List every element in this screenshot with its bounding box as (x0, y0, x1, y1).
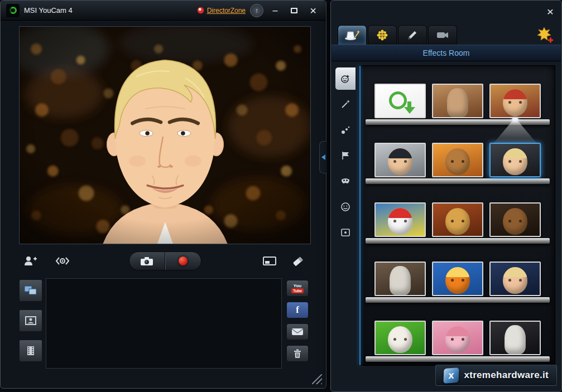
share-youtube-button[interactable]: You Tube (286, 280, 309, 297)
effect-thumb-businessman-avatar[interactable] (374, 143, 426, 177)
effect-thumb-blonde-woman-avatar[interactable] (489, 262, 541, 296)
star-plus-icon (536, 26, 554, 43)
flag-frame-icon (340, 151, 350, 161)
tab-video-effects[interactable] (428, 25, 457, 45)
camera-icon (140, 257, 153, 266)
effects-grid (364, 67, 551, 364)
effect-thumb-blond-man-avatar[interactable] (489, 143, 541, 177)
gallery-tab-photos[interactable] (19, 309, 42, 332)
category-avatars[interactable] (335, 67, 356, 90)
effects-room-title: Effects Room (423, 49, 470, 57)
webcam-preview (19, 26, 311, 244)
effects-shelf (364, 304, 551, 364)
trash-icon (293, 349, 302, 359)
eraser-button[interactable] (291, 254, 306, 268)
effect-thumb-golden-retriever[interactable] (432, 202, 483, 237)
category-magic-effects[interactable] (335, 93, 356, 115)
avatar-video-frame (20, 27, 310, 244)
effect-thumb-flower-headdress-woman[interactable] (489, 84, 541, 118)
facebook-icon: f (296, 304, 299, 316)
effects-close-button[interactable]: × (547, 5, 554, 18)
effects-shelf (364, 186, 551, 245)
directorzone-icon (197, 7, 204, 14)
effect-thumb-teddy-bear[interactable] (432, 143, 483, 177)
tab-draw[interactable] (398, 25, 427, 45)
youcam-logo-ring (9, 7, 17, 14)
all-media-icon (24, 285, 37, 296)
shelf-board (366, 178, 550, 184)
tab-effects-room[interactable] (338, 25, 367, 45)
category-emoticons[interactable] (335, 196, 356, 218)
capture-gallery: You Tube f (19, 278, 311, 369)
chevron-left-icon (321, 154, 325, 160)
category-photo-frames[interactable] (335, 221, 356, 244)
add-person-button[interactable] (22, 254, 39, 268)
flower-gadget-icon (377, 30, 388, 41)
effect-thumb-terracotta-warrior[interactable] (432, 84, 483, 118)
record-icon (179, 257, 188, 265)
gallery-tab-videos[interactable] (19, 340, 42, 362)
videos-icon (27, 346, 35, 356)
shelf-board (366, 238, 550, 244)
effect-thumb-stone-statue[interactable] (374, 262, 426, 296)
delete-button[interactable] (286, 345, 309, 362)
snapshot-button[interactable] (129, 252, 165, 270)
mask-icon (340, 176, 350, 186)
effect-thumb-cartoon-lion[interactable] (432, 262, 483, 296)
watermark-text: xtremehardware.it (464, 370, 549, 381)
capture-controls (19, 250, 311, 272)
close-button[interactable]: × (306, 3, 320, 18)
effects-room-window: × (330, 0, 562, 392)
face-tracking-button[interactable] (54, 254, 71, 268)
directorzone-download-button[interactable] (536, 26, 554, 45)
upload-button[interactable]: ↑ (250, 4, 263, 17)
pip-icon (263, 257, 276, 265)
directorzone-link[interactable]: DirectorZone (197, 7, 246, 14)
email-icon (291, 328, 304, 336)
tab-gadgets[interactable] (368, 25, 397, 45)
shelf-board (366, 119, 550, 125)
youcam-main-window: MSI YouCam 4 DirectorZone ↑ – × (0, 0, 326, 389)
share-email-button[interactable] (286, 323, 309, 340)
fullscreen-button[interactable] (287, 3, 301, 18)
eraser-icon (292, 255, 305, 267)
pip-button[interactable] (262, 254, 277, 268)
effect-thumb-pig-plush[interactable] (432, 321, 483, 355)
gallery-tab-all-media[interactable] (19, 279, 42, 302)
effect-thumb-lamb-plush[interactable] (374, 321, 426, 355)
effect-thumb-poodle[interactable] (489, 202, 541, 237)
effect-thumb-david-statue[interactable] (489, 321, 541, 355)
effect-thumb-clown[interactable] (374, 202, 426, 237)
minimize-button[interactable]: – (268, 3, 282, 18)
magic-wand-icon (340, 99, 350, 109)
titlebar[interactable]: MSI YouCam 4 DirectorZone ↑ – × (1, 1, 326, 21)
xtremehardware-logo-icon: x (444, 367, 459, 384)
panel-collapse-handle[interactable] (319, 141, 327, 173)
category-masks[interactable] (335, 170, 356, 192)
capture-pill (129, 251, 201, 270)
upload-arrow-icon: ↑ (255, 6, 259, 14)
face-tracking-icon (55, 257, 70, 265)
avatar-face-icon (340, 74, 350, 84)
fullscreen-icon (291, 8, 297, 13)
photos-icon (25, 316, 36, 325)
category-particles[interactable] (335, 119, 356, 141)
effects-shelf (364, 245, 551, 304)
youtube-label-top: You (294, 284, 302, 288)
smiley-icon (340, 202, 350, 212)
share-facebook-button[interactable]: f (286, 302, 309, 318)
youtube-label-bottom: Tube (291, 288, 304, 293)
resize-handle[interactable] (312, 374, 322, 384)
watermark: x xtremehardware.it (435, 365, 557, 386)
photo-frame-icon (340, 228, 350, 238)
panel-accent-line (359, 66, 361, 365)
add-person-icon (23, 255, 38, 267)
effect-thumb-download-more-effects[interactable] (374, 84, 426, 118)
magic-hat-icon (344, 30, 360, 41)
particles-icon (340, 125, 350, 135)
record-button[interactable] (165, 252, 201, 270)
capture-tray[interactable] (46, 278, 282, 369)
category-frames[interactable] (335, 144, 356, 167)
shelf-board (366, 297, 550, 303)
effect-categories (335, 67, 357, 244)
